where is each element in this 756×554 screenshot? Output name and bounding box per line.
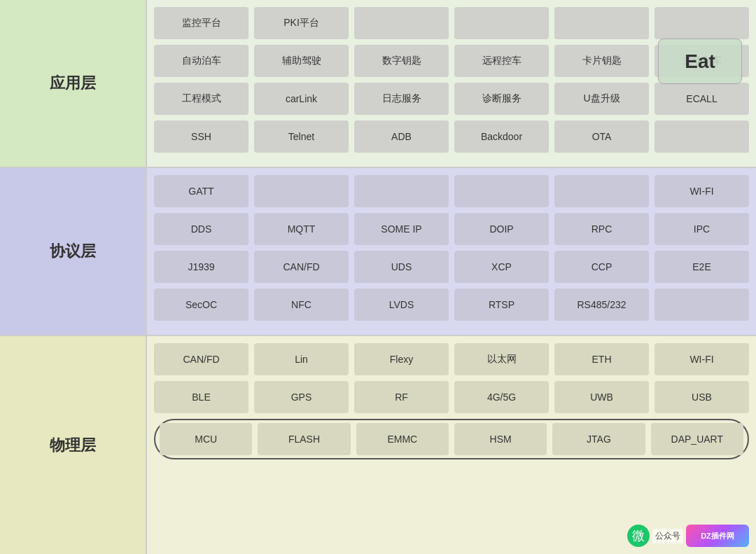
phys-cell-2-3: HSM — [454, 423, 547, 455]
proto-row-2: J1939CAN/FDUDSXCPCCPE2E — [154, 251, 749, 283]
phys-cell-0-1: Lin — [254, 343, 349, 375]
proto-cell-0-4 — [554, 175, 649, 207]
app-cell-1-4: 卡片钥匙 — [554, 45, 649, 77]
proto-cell-3-1: NFC — [254, 289, 349, 321]
phys-cell-1-2: RF — [354, 381, 449, 413]
phys-cell-2-0: MCU — [160, 423, 252, 455]
proto-cell-3-3: RTSP — [454, 289, 549, 321]
proto-cell-3-0: SecOC — [154, 289, 248, 321]
proto-cell-0-2 — [354, 175, 449, 207]
app-label-text: 应用层 — [50, 73, 96, 94]
watermark: 微 公众号 DZ插件网 — [627, 525, 749, 547]
phys-cell-2-5: DAP_UART — [651, 423, 743, 455]
main-container: 应用层 监控平台PKI平台自动泊车辅助驾驶数字钥匙远程控车卡片钥匙主动刹车工程模… — [0, 0, 756, 554]
proto-cell-3-2: LVDS — [354, 289, 449, 321]
proto-layer: 协议层 GATTWI-FIDDSMQTTSOME IPDOIPRPCIPCJ19… — [0, 168, 756, 336]
app-cell-0-4 — [554, 7, 649, 39]
app-cell-3-1: Telnet — [254, 120, 349, 153]
app-cell-2-3: 诊断服务 — [454, 83, 549, 115]
app-cell-2-0: 工程模式 — [154, 83, 248, 115]
proto-row-3: SecOCNFCLVDSRTSPRS485/232 — [154, 289, 749, 321]
proto-cell-1-5: IPC — [654, 213, 749, 245]
phys-cell-1-3: 4G/5G — [454, 381, 549, 413]
proto-cell-0-1 — [254, 175, 349, 207]
app-row-0: 监控平台PKI平台 — [154, 7, 749, 39]
phys-cell-0-4: ETH — [554, 343, 649, 375]
proto-cell-2-3: XCP — [454, 251, 549, 283]
app-cell-0-0: 监控平台 — [154, 7, 248, 39]
app-cell-1-3: 远程控车 — [454, 45, 549, 77]
app-row-3: SSHTelnetADBBackdoorOTA — [154, 120, 749, 153]
proto-cell-2-4: CCP — [554, 251, 649, 283]
phys-cell-1-5: USB — [654, 381, 749, 413]
app-cell-1-2: 数字钥匙 — [354, 45, 449, 77]
proto-cell-2-2: UDS — [354, 251, 449, 283]
phys-cell-0-0: CAN/FD — [154, 343, 248, 375]
proto-row-1: DDSMQTTSOME IPDOIPRPCIPC — [154, 213, 749, 245]
proto-cell-1-2: SOME IP — [354, 213, 449, 245]
phys-cell-2-1: FLASH — [258, 423, 350, 455]
proto-cell-0-5: WI-FI — [654, 175, 749, 207]
proto-layer-label: 协议层 — [0, 168, 147, 335]
top-badge: Eat — [658, 39, 742, 84]
app-cell-2-5: ECALL — [654, 83, 749, 115]
app-cell-0-3 — [454, 7, 549, 39]
watermark-text: 公众号 — [652, 529, 683, 543]
proto-cell-1-4: RPC — [554, 213, 649, 245]
phys-layer-content: CAN/FDLinFlexy以太网ETHWI-FIBLEGPSRF4G/5GUW… — [147, 336, 756, 554]
proto-cell-2-1: CAN/FD — [254, 251, 349, 283]
proto-cell-1-1: MQTT — [254, 213, 349, 245]
app-cell-1-0: 自动泊车 — [154, 45, 248, 77]
app-cell-3-0: SSH — [154, 120, 248, 153]
phys-cell-1-1: GPS — [254, 381, 349, 413]
app-cell-2-1: carLink — [254, 83, 349, 115]
proto-cell-0-3 — [454, 175, 549, 207]
phys-cell-2-2: EMMC — [356, 423, 449, 455]
proto-row-0: GATTWI-FI — [154, 175, 749, 207]
app-cell-0-5 — [654, 7, 749, 39]
phys-cell-1-0: BLE — [154, 381, 248, 413]
app-cell-3-4: OTA — [554, 120, 649, 153]
proto-cell-2-0: J1939 — [154, 251, 248, 283]
watermark-logo: DZ插件网 — [686, 525, 749, 547]
proto-cell-1-3: DOIP — [454, 213, 549, 245]
app-layer-label: 应用层 — [0, 0, 147, 167]
app-cell-2-4: U盘升级 — [554, 83, 649, 115]
proto-cell-3-5 — [654, 289, 749, 321]
phys-cell-0-3: 以太网 — [454, 343, 549, 375]
app-layer: 应用层 监控平台PKI平台自动泊车辅助驾驶数字钥匙远程控车卡片钥匙主动刹车工程模… — [0, 0, 756, 168]
phys-cell-2-4: JTAG — [552, 423, 645, 455]
proto-layer-content: GATTWI-FIDDSMQTTSOME IPDOIPRPCIPCJ1939CA… — [147, 168, 756, 335]
app-cell-0-2 — [354, 7, 449, 39]
app-cell-2-2: 日志服务 — [354, 83, 449, 115]
app-cell-0-1: PKI平台 — [254, 7, 349, 39]
phys-row-2: MCUFLASHEMMCHSMJTAGDAP_UART — [154, 419, 749, 459]
phys-cell-0-2: Flexy — [354, 343, 449, 375]
proto-cell-3-4: RS485/232 — [554, 289, 649, 321]
app-cell-3-5 — [654, 120, 749, 153]
phys-row-0: CAN/FDLinFlexy以太网ETHWI-FI — [154, 343, 749, 375]
phys-layer: 物理层 CAN/FDLinFlexy以太网ETHWI-FIBLEGPSRF4G/… — [0, 336, 756, 554]
phys-row-1: BLEGPSRF4G/5GUWBUSB — [154, 381, 749, 413]
app-cell-3-3: Backdoor — [454, 120, 549, 153]
app-row-2: 工程模式carLink日志服务诊断服务U盘升级ECALL — [154, 83, 749, 115]
proto-cell-2-5: E2E — [654, 251, 749, 283]
wechat-icon: 微 — [627, 525, 650, 547]
app-cell-1-1: 辅助驾驶 — [254, 45, 349, 77]
app-cell-3-2: ADB — [354, 120, 449, 153]
phys-cell-0-5: WI-FI — [654, 343, 749, 375]
phys-cell-1-4: UWB — [554, 381, 649, 413]
proto-cell-1-0: DDS — [154, 213, 248, 245]
top-badge-text: Eat — [685, 50, 715, 73]
phys-layer-label: 物理层 — [0, 336, 147, 554]
proto-cell-0-0: GATT — [154, 175, 248, 207]
proto-label-text: 协议层 — [50, 241, 96, 262]
phys-label-text: 物理层 — [50, 435, 96, 456]
